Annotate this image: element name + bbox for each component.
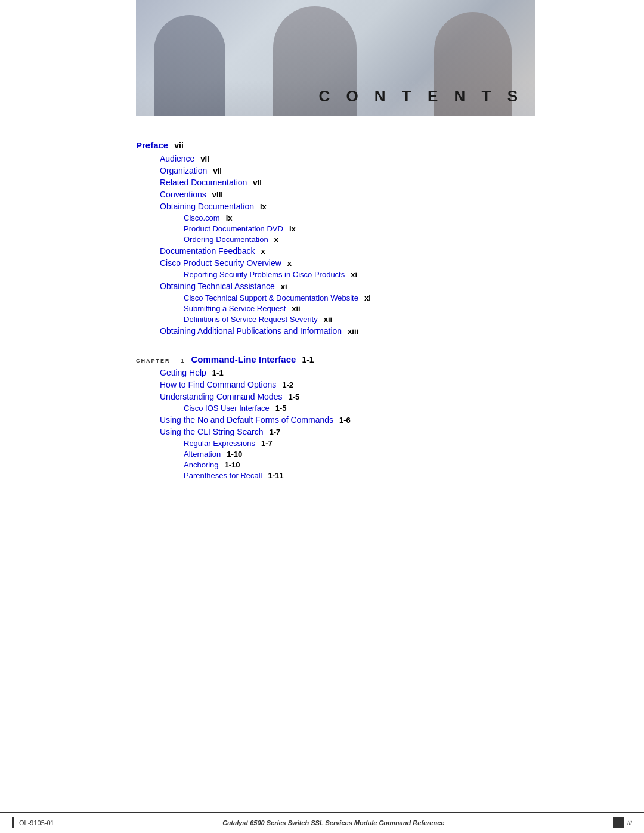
toc-item-alternation: Alternation 1-10 [136,450,508,459]
preface-section: Preface vii Audience vii Organization vi… [136,140,508,336]
cisco-tech-website-page: xi [364,293,371,302]
contents-label: C O N T E N T S [318,87,524,106]
anchoring-link[interactable]: Anchoring [184,460,219,469]
chapter-separator [136,348,508,348]
parentheses-link[interactable]: Parentheses for Recall [184,471,262,480]
getting-help-link[interactable]: Getting Help [160,368,206,377]
footer-bar-icon [12,817,14,828]
submit-service-page: xii [292,304,300,313]
toc-item-product-dvd: Product Documentation DVD ix [136,224,508,233]
conventions-page: viii [212,190,223,199]
no-default-forms-link[interactable]: Using the No and Default Forms of Comman… [160,415,333,425]
chapter-number: 1 [181,358,185,364]
toc-item-cisco-com: Cisco.com ix [136,213,508,222]
footer-book-title: Catalyst 6500 Series Switch SSL Services… [222,819,444,826]
cli-string-search-link[interactable]: Using the CLI String Search [160,427,264,436]
footer-page-number: iii [627,819,632,827]
obtaining-tech-link[interactable]: Obtaining Technical Assistance [160,281,275,291]
organization-link[interactable]: Organization [160,166,207,175]
footer-page-block-icon [613,817,624,828]
toc-item-cisco-ios-ui: Cisco IOS User Interface 1-5 [136,404,508,413]
toc-item-conventions: Conventions viii [136,190,508,199]
footer-right: iii [613,817,632,828]
cisco-com-page: ix [226,213,233,222]
header-image: C O N T E N T S [136,0,535,116]
doc-feedback-link[interactable]: Documentation Feedback [160,246,255,256]
related-docs-page: vii [253,178,261,187]
toc-item-regular-expressions: Regular Expressions 1-7 [136,439,508,448]
chapter-1-page: 1-1 [302,355,314,364]
reporting-security-link[interactable]: Reporting Security Problems in Cisco Pro… [184,270,345,279]
toc-item-audience: Audience vii [136,154,508,163]
footer-left: OL-9105-01 [12,817,54,828]
find-command-options-page: 1-2 [282,380,293,389]
command-modes-link[interactable]: Understanding Command Modes [160,392,282,401]
preface-link[interactable]: Preface [136,140,168,150]
toc-item-related-docs: Related Documentation vii [136,178,508,187]
toc-item-definitions-severity: Definitions of Service Request Severity … [136,315,508,324]
obtaining-tech-page: xi [281,282,287,291]
conventions-link[interactable]: Conventions [160,190,206,199]
toc-item-reporting-security: Reporting Security Problems in Cisco Pro… [136,270,508,279]
toc-item-obtaining-docs: Obtaining Documentation ix [136,202,508,211]
command-modes-page: 1-5 [288,392,299,401]
toc-item-find-command-options: How to Find Command Options 1-2 [136,380,508,389]
cisco-ios-ui-page: 1-5 [275,404,287,413]
cisco-com-link[interactable]: Cisco.com [184,213,220,222]
product-dvd-link[interactable]: Product Documentation DVD [184,224,283,233]
toc-item-obtaining-tech: Obtaining Technical Assistance xi [136,281,508,291]
submit-service-link[interactable]: Submitting a Service Request [184,304,286,313]
obtaining-docs-page: ix [260,202,267,211]
preface-page: vii [174,141,184,150]
audience-page: vii [200,154,209,163]
chapter-label: CHAPTER [136,358,171,364]
toc-item-submit-service: Submitting a Service Request xii [136,304,508,313]
toc-item-no-default-forms: Using the No and Default Forms of Comman… [136,415,508,425]
toc-item-organization: Organization vii [136,166,508,175]
toc-item-cisco-tech-website: Cisco Technical Support & Documentation … [136,293,508,302]
regular-expressions-link[interactable]: Regular Expressions [184,439,255,448]
toc-item-cli-string-search: Using the CLI String Search 1-7 [136,427,508,436]
product-dvd-page: ix [289,224,296,233]
preface-heading: Preface vii [136,140,508,150]
reporting-security-page: xi [351,270,357,279]
toc-item-security-overview: Cisco Product Security Overview x [136,258,508,268]
additional-pubs-link[interactable]: Obtaining Additional Publications and In… [160,326,342,336]
toc-item-additional-pubs: Obtaining Additional Publications and In… [136,326,508,336]
additional-pubs-page: xiii [348,327,358,336]
toc-item-ordering-docs: Ordering Documentation x [136,235,508,244]
security-overview-link[interactable]: Cisco Product Security Overview [160,258,281,268]
ordering-docs-page: x [274,235,278,244]
related-docs-link[interactable]: Related Documentation [160,178,247,187]
toc-item-getting-help: Getting Help 1-1 [136,368,508,377]
toc-item-anchoring: Anchoring 1-10 [136,460,508,469]
toc-content: Preface vii Audience vii Organization vi… [0,116,644,518]
anchoring-page: 1-10 [225,460,240,469]
audience-link[interactable]: Audience [160,154,194,163]
organization-page: vii [213,166,221,175]
parentheses-page: 1-11 [268,471,284,480]
security-overview-page: x [287,259,292,268]
alternation-page: 1-10 [227,450,242,459]
definitions-severity-page: xii [324,315,332,324]
alternation-link[interactable]: Alternation [184,450,221,459]
definitions-severity-link[interactable]: Definitions of Service Request Severity [184,315,318,324]
no-default-forms-page: 1-6 [339,416,351,425]
chapter-1-header: CHAPTER 1 Command-Line Interface 1-1 [136,354,508,364]
footer: OL-9105-01 Catalyst 6500 Series Switch S… [0,812,644,833]
cisco-tech-website-link[interactable]: Cisco Technical Support & Documentation … [184,293,358,302]
ordering-docs-link[interactable]: Ordering Documentation [184,235,268,244]
regular-expressions-page: 1-7 [261,439,273,448]
footer-doc-number: OL-9105-01 [19,819,54,826]
chapter-1-link[interactable]: Command-Line Interface [191,354,296,364]
getting-help-page: 1-1 [212,368,224,377]
cisco-ios-ui-link[interactable]: Cisco IOS User Interface [184,404,270,413]
person-silhouette-left [154,15,225,116]
toc-item-doc-feedback: Documentation Feedback x [136,246,508,256]
cli-string-search-page: 1-7 [270,428,281,436]
obtaining-docs-link[interactable]: Obtaining Documentation [160,202,254,211]
toc-item-parentheses: Parentheses for Recall 1-11 [136,471,508,480]
find-command-options-link[interactable]: How to Find Command Options [160,380,276,389]
toc-item-command-modes: Understanding Command Modes 1-5 [136,392,508,401]
doc-feedback-page: x [261,247,265,256]
